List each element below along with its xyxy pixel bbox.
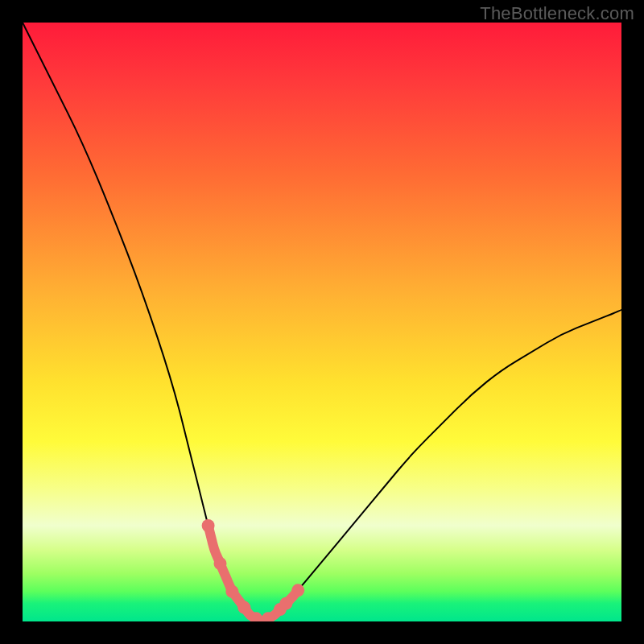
accent-dot [279, 597, 292, 610]
chart-container: TheBottleneck.com [0, 0, 644, 644]
plot-area [23, 23, 621, 621]
accent-dot [225, 585, 238, 598]
watermark-text: TheBottleneck.com [480, 3, 634, 24]
accent-dot [214, 557, 227, 570]
curve-svg [23, 23, 621, 621]
accent-dots [202, 519, 305, 621]
accent-dot [291, 584, 304, 597]
accent-dot [202, 519, 215, 532]
bottleneck-curve [23, 23, 621, 620]
accent-dot [237, 601, 250, 614]
